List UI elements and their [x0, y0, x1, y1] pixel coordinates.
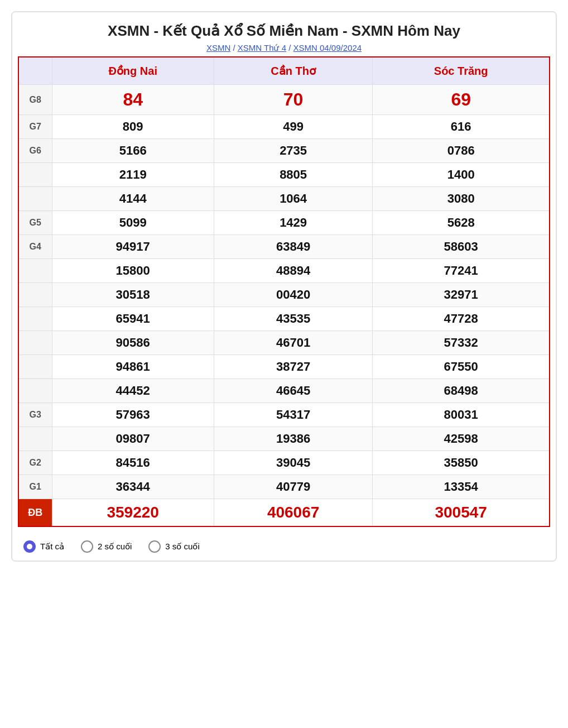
- col2-header: Cần Thơ: [214, 57, 372, 85]
- cell-col2: 40779: [214, 475, 372, 499]
- cell-col2: 1064: [214, 187, 372, 211]
- table-wrapper: Đồng Nai Cần Thơ Sóc Trăng G8847069G7809…: [12, 56, 556, 533]
- cell-col2: 63849: [214, 235, 372, 259]
- breadcrumb-link-1[interactable]: XSMN: [206, 43, 230, 52]
- col1-header: Đồng Nai: [52, 57, 214, 85]
- breadcrumb-sep-2: /: [288, 43, 293, 52]
- cell-col3: 47728: [373, 307, 550, 331]
- radio-all-inner: [27, 544, 32, 549]
- table-row: 414410643080: [18, 187, 550, 211]
- cell-col2: 19386: [214, 427, 372, 451]
- table-row: G4949176384958603: [18, 235, 550, 259]
- cell-col3: 0786: [373, 139, 550, 163]
- prize-label: G2: [18, 451, 52, 475]
- cell-col2: 43535: [214, 307, 372, 331]
- col-label-header: [18, 57, 52, 85]
- breadcrumb-sep-1: /: [233, 43, 237, 52]
- cell-col1: 36344: [52, 475, 214, 499]
- cell-col1: 2119: [52, 163, 214, 187]
- cell-col3: 13354: [373, 475, 550, 499]
- table-row: 444524664568498: [18, 379, 550, 403]
- cell-col2: 38727: [214, 355, 372, 379]
- results-table: Đồng Nai Cần Thơ Sóc Trăng G8847069G7809…: [18, 56, 550, 527]
- filter-all[interactable]: Tất cả: [23, 540, 64, 553]
- table-row: G2845163904535850: [18, 451, 550, 475]
- radio-3so[interactable]: [148, 540, 161, 553]
- filter-3so[interactable]: 3 số cuối: [148, 540, 199, 553]
- table-row: G1363444077913354: [18, 475, 550, 499]
- prize-label: G3: [18, 403, 52, 427]
- filter-2so[interactable]: 2 số cuối: [81, 540, 132, 553]
- table-row: 905864670157332: [18, 331, 550, 355]
- prize-label: [18, 427, 52, 451]
- cell-col3: 67550: [373, 355, 550, 379]
- prize-label: [18, 163, 52, 187]
- cell-col1: 84: [52, 85, 214, 115]
- cell-col3: 77241: [373, 259, 550, 283]
- cell-col1: 57963: [52, 403, 214, 427]
- cell-col1: 5099: [52, 211, 214, 235]
- cell-col3: 5628: [373, 211, 550, 235]
- cell-col3: 42598: [373, 427, 550, 451]
- cell-col2: 70: [214, 85, 372, 115]
- breadcrumb: XSMN / XSMN Thứ 4 / XSMN 04/09/2024: [18, 43, 550, 53]
- table-row: 948613872767550: [18, 355, 550, 379]
- cell-col1: 359220: [52, 499, 214, 527]
- main-container: XSMN - Kết Quả Xổ Số Miền Nam - SXMN Hôm…: [11, 11, 557, 562]
- breadcrumb-link-2[interactable]: XSMN Thứ 4: [238, 43, 286, 52]
- cell-col1: 94861: [52, 355, 214, 379]
- prize-label: [18, 355, 52, 379]
- cell-col3: 32971: [373, 283, 550, 307]
- table-row: 098071938642598: [18, 427, 550, 451]
- cell-col3: 69: [373, 85, 550, 115]
- cell-col2: 39045: [214, 451, 372, 475]
- table-row: 305180042032971: [18, 283, 550, 307]
- radio-2so[interactable]: [81, 540, 93, 553]
- prize-label: G8: [18, 85, 52, 115]
- radio-all[interactable]: [23, 540, 36, 553]
- cell-col3: 1400: [373, 163, 550, 187]
- breadcrumb-link-3[interactable]: XSMN 04/09/2024: [293, 43, 362, 52]
- prize-label: G5: [18, 211, 52, 235]
- filter-3so-label: 3 số cuối: [165, 542, 199, 552]
- cell-col3: 300547: [373, 499, 550, 527]
- header: XSMN - Kết Quả Xổ Số Miền Nam - SXMN Hôm…: [12, 12, 556, 56]
- table-row: G6516627350786: [18, 139, 550, 163]
- table-row: G5509914295628: [18, 211, 550, 235]
- table-row: G8847069: [18, 85, 550, 115]
- cell-col3: 58603: [373, 235, 550, 259]
- cell-col2: 46701: [214, 331, 372, 355]
- cell-col2: 8805: [214, 163, 372, 187]
- cell-col2: 406067: [214, 499, 372, 527]
- prize-label: G7: [18, 115, 52, 139]
- cell-col1: 90586: [52, 331, 214, 355]
- table-row: 211988051400: [18, 163, 550, 187]
- cell-col2: 46645: [214, 379, 372, 403]
- cell-col1: 5166: [52, 139, 214, 163]
- table-row: 659414353547728: [18, 307, 550, 331]
- cell-col3: 616: [373, 115, 550, 139]
- main-title: XSMN - Kết Quả Xổ Số Miền Nam - SXMN Hôm…: [18, 22, 550, 40]
- table-row: G3579635431780031: [18, 403, 550, 427]
- cell-col3: 68498: [373, 379, 550, 403]
- cell-col2: 48894: [214, 259, 372, 283]
- col3-header: Sóc Trăng: [373, 57, 550, 85]
- cell-col1: 84516: [52, 451, 214, 475]
- cell-col3: 35850: [373, 451, 550, 475]
- prize-label: G4: [18, 235, 52, 259]
- table-row: ĐB359220406067300547: [18, 499, 550, 527]
- prize-label: ĐB: [18, 499, 52, 527]
- cell-col2: 499: [214, 115, 372, 139]
- cell-col1: 15800: [52, 259, 214, 283]
- cell-col3: 3080: [373, 187, 550, 211]
- cell-col1: 65941: [52, 307, 214, 331]
- prize-label: [18, 379, 52, 403]
- cell-col1: 09807: [52, 427, 214, 451]
- filter-all-label: Tất cả: [40, 542, 64, 552]
- cell-col2: 2735: [214, 139, 372, 163]
- cell-col3: 80031: [373, 403, 550, 427]
- prize-label: [18, 187, 52, 211]
- filter-2so-label: 2 số cuối: [98, 542, 132, 552]
- cell-col1: 94917: [52, 235, 214, 259]
- prize-label: [18, 283, 52, 307]
